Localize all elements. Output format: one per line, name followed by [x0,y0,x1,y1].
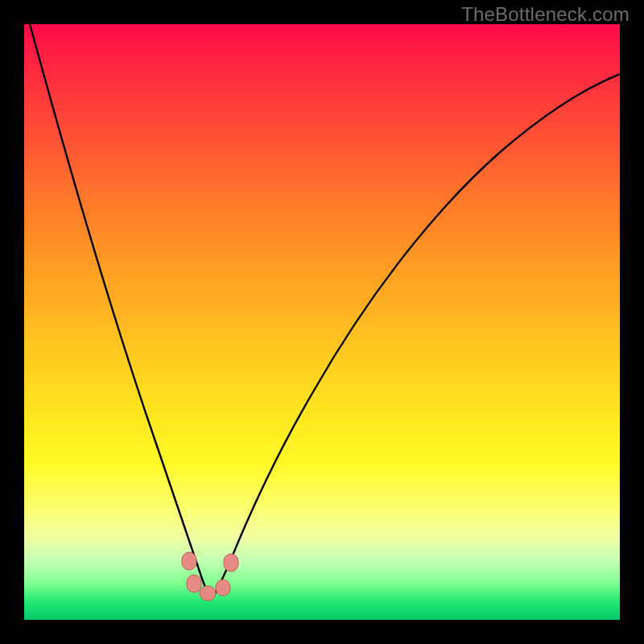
bottleneck-curve [30,24,620,599]
curve-layer [24,24,620,620]
marker-dot [187,575,201,592]
marker-dot [182,552,196,570]
chart-frame: TheBottleneck.com [0,0,644,644]
plot-area [24,24,620,620]
marker-dot [200,586,216,601]
marker-dot [224,554,238,572]
marker-dot [216,580,230,596]
marker-group [182,552,238,601]
watermark-text: TheBottleneck.com [461,3,630,26]
